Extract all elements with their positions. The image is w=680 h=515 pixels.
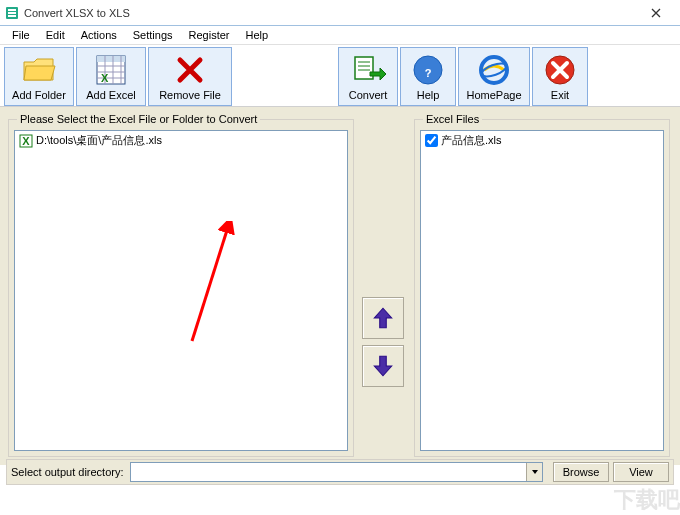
add-folder-button[interactable]: Add Folder <box>4 47 74 106</box>
source-legend: Please Select the Excel File or Folder t… <box>17 113 260 125</box>
app-icon <box>4 5 20 21</box>
convert-button[interactable]: Convert <box>338 47 398 106</box>
excel-file-icon: X <box>19 134 33 148</box>
target-listview[interactable]: 产品信息.xls <box>420 130 664 451</box>
svg-rect-2 <box>8 12 16 14</box>
main-panel: Please Select the Excel File or Folder t… <box>0 107 680 465</box>
list-item-name: 产品信息.xls <box>441 133 502 148</box>
menubar: File Edit Actions Settings Register Help <box>0 26 680 45</box>
menu-help[interactable]: Help <box>238 27 277 43</box>
list-item[interactable]: X D:\tools\桌面\产品信息.xls <box>15 131 347 150</box>
footer: Select output directory: Browse View <box>6 459 674 485</box>
svg-text:X: X <box>101 72 109 84</box>
menu-actions[interactable]: Actions <box>73 27 125 43</box>
browse-button[interactable]: Browse <box>553 462 609 482</box>
menu-settings[interactable]: Settings <box>125 27 181 43</box>
arrow-up-icon <box>370 305 396 331</box>
watermark: 下载吧 <box>614 485 680 515</box>
convert-icon <box>350 52 386 88</box>
arrow-down-icon <box>370 353 396 379</box>
convert-label: Convert <box>349 89 388 101</box>
output-dir-label: Select output directory: <box>11 466 124 478</box>
toolbar: Add Folder X Add Excel Remove File Conve… <box>0 45 680 107</box>
target-legend: Excel Files <box>423 113 482 125</box>
window-close-button[interactable] <box>636 1 676 25</box>
excel-icon: X <box>93 52 129 88</box>
source-listview[interactable]: X D:\tools\桌面\产品信息.xls <box>14 130 348 451</box>
list-item[interactable]: 产品信息.xls <box>421 131 663 150</box>
move-down-button[interactable] <box>362 345 404 387</box>
view-button[interactable]: View <box>613 462 669 482</box>
add-excel-label: Add Excel <box>86 89 136 101</box>
exit-label: Exit <box>551 89 569 101</box>
help-label: Help <box>417 89 440 101</box>
move-up-button[interactable] <box>362 297 404 339</box>
svg-text:X: X <box>22 135 30 147</box>
remove-file-button[interactable]: Remove File <box>148 47 232 106</box>
folder-icon <box>21 52 57 88</box>
homepage-label: HomePage <box>466 89 521 101</box>
chevron-down-icon[interactable] <box>526 463 542 481</box>
titlebar: Convert XLSX to XLS <box>0 0 680 26</box>
ie-icon <box>476 52 512 88</box>
exit-icon <box>542 52 578 88</box>
menu-register[interactable]: Register <box>181 27 238 43</box>
help-icon: ? <box>410 52 446 88</box>
delete-x-icon <box>172 52 208 88</box>
file-checkbox[interactable] <box>425 134 438 147</box>
homepage-button[interactable]: HomePage <box>458 47 530 106</box>
svg-rect-1 <box>8 9 16 11</box>
svg-text:?: ? <box>425 67 432 79</box>
menu-file[interactable]: File <box>4 27 38 43</box>
target-groupbox: Excel Files 产品信息.xls <box>414 119 670 457</box>
list-item-path: D:\tools\桌面\产品信息.xls <box>36 133 162 148</box>
arrow-buttons <box>362 297 404 393</box>
help-button[interactable]: ? Help <box>400 47 456 106</box>
source-groupbox: Please Select the Excel File or Folder t… <box>8 119 354 457</box>
exit-button[interactable]: Exit <box>532 47 588 106</box>
output-dir-combo[interactable] <box>130 462 543 482</box>
svg-rect-3 <box>8 15 16 17</box>
add-folder-label: Add Folder <box>12 89 66 101</box>
remove-file-label: Remove File <box>159 89 221 101</box>
menu-edit[interactable]: Edit <box>38 27 73 43</box>
add-excel-button[interactable]: X Add Excel <box>76 47 146 106</box>
window-title: Convert XLSX to XLS <box>24 7 636 19</box>
